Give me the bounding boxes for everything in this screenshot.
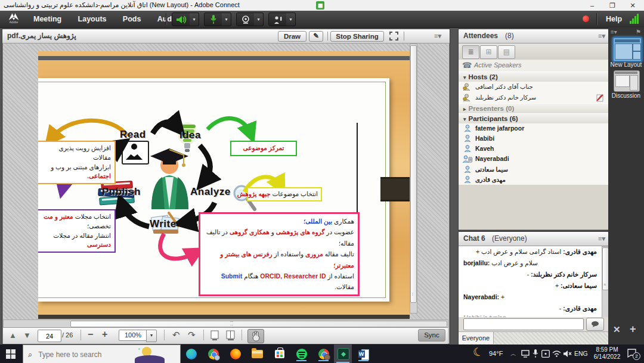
tray-volume-muted-icon[interactable]	[563, 350, 572, 359]
participant-row[interactable]: مهدی قادری	[459, 175, 609, 185]
tray-chevron-icon[interactable]: ︿	[510, 345, 516, 363]
windows-taskbar: ⌕	[0, 345, 644, 363]
start-button[interactable]	[6, 349, 16, 361]
zoom-out-button[interactable]: −	[88, 329, 93, 340]
chat-message: مهدی قادری: استاد گرامی سلام و عرض ادب +	[459, 246, 602, 257]
taskbar-spotify-icon[interactable]	[294, 346, 309, 361]
action-center-icon[interactable]: 2	[627, 349, 637, 359]
previous-page-button[interactable]: ▲	[9, 331, 17, 340]
window-title: اتاق آنلاین مراسم-دانشکده علوم تربیتی و …	[4, 1, 240, 9]
layout-new-layout-thumbnail[interactable]	[612, 37, 642, 62]
stop-sharing-button[interactable]: Stop Sharing	[330, 31, 384, 42]
pin-icon[interactable]: ⚑	[636, 29, 641, 35]
layouts-menu-icon[interactable]: ≡▾	[611, 29, 617, 35]
taskbar-chrome-profile-icon[interactable]	[316, 346, 331, 361]
tray-temperature[interactable]: 94°F	[489, 345, 503, 363]
taskbar-store-icon[interactable]	[272, 346, 287, 361]
speaker-button[interactable]	[172, 13, 191, 26]
search-icon: ⌕	[28, 350, 32, 359]
taskbar-word-icon[interactable]: W	[356, 346, 371, 361]
chat-pod: Chat 6 (Everyone) ≡▾ مهدی قادری: استاد گ…	[458, 231, 609, 345]
adobe-brand-label: Adobe	[2, 21, 25, 23]
status-dropdown[interactable]: ▾	[286, 13, 296, 26]
list-view-button[interactable]: ≣	[462, 45, 479, 59]
participant-row[interactable]: fateme jafarpoor	[459, 123, 609, 134]
menu-pods[interactable]: Pods	[116, 11, 148, 27]
header-divider	[327, 32, 328, 41]
taskbar-search[interactable]: ⌕	[23, 345, 181, 363]
share-horizontal-scroll-thumb[interactable]	[70, 321, 447, 327]
taskbar-chrome-icon[interactable]	[206, 346, 221, 361]
grid-view-button[interactable]: ⊞	[480, 45, 497, 59]
menu-bar: Adobe Meeting Layouts Pods Audio ▾ ▾ ▾	[0, 11, 644, 28]
tray-wifi-icon[interactable]	[552, 350, 561, 359]
participant-icon	[464, 135, 471, 142]
maximize-button[interactable]: ❐	[602, 0, 623, 11]
host-row-1[interactable]: جناب آقای دکتر اصنافی	[459, 82, 609, 93]
share-horizontal-scrollbar[interactable]: ⁚⁚	[3, 319, 448, 328]
chat-input[interactable]	[463, 318, 584, 330]
attendees-toolbar: ≣ ⊞ ▤	[459, 44, 609, 60]
page-total-label: / 26	[62, 331, 73, 339]
fit-width-button[interactable]	[226, 330, 236, 342]
recording-indicator	[583, 15, 589, 22]
status-button[interactable]	[268, 13, 287, 26]
participant-row[interactable]: Kaveh	[459, 144, 609, 154]
taskbar-adobe-connect-active-cell[interactable]: ❖	[334, 345, 352, 363]
participant-row[interactable]: Habibi	[459, 134, 609, 144]
tray-clock[interactable]: 8:59 PM 6/14/2022	[592, 346, 623, 361]
share-vertical-scroll-thumb[interactable]	[410, 45, 417, 303]
tray-language[interactable]: ENG	[574, 345, 588, 363]
weather-moon-icon[interactable]: ☾	[471, 344, 484, 360]
search-input[interactable]	[37, 350, 135, 359]
share-vertical-scrollbar[interactable]: ⁞	[410, 44, 417, 314]
active-speakers-row: ☎ Active Speakers	[459, 60, 609, 72]
layout-discussion-thumbnail[interactable]	[614, 70, 640, 92]
participant-icon	[464, 166, 471, 173]
redo-button[interactable]: ↷	[188, 330, 196, 340]
page-number-input[interactable]	[38, 330, 61, 342]
sync-button[interactable]: Sync	[418, 329, 445, 342]
card-view-button[interactable]: ▤	[498, 45, 515, 59]
speaker-dropdown[interactable]: ▾	[190, 13, 199, 26]
menu-layouts[interactable]: Layouts	[71, 11, 114, 27]
tray-time: 8:59 PM	[592, 346, 623, 353]
hand-tool-button[interactable]	[247, 329, 264, 343]
close-button[interactable]: ✕	[623, 0, 643, 11]
next-page-button[interactable]: ▼	[23, 331, 31, 340]
menu-meeting[interactable]: Meeting	[26, 11, 69, 27]
close-pod-icon[interactable]: ✕	[613, 324, 621, 335]
layout-new-layout-label[interactable]: New Layout	[608, 61, 644, 68]
layout-discussion-label[interactable]: Discussion	[608, 92, 644, 99]
host-row-2[interactable]: سرکار خانم دکتر نظربلند	[459, 92, 609, 104]
taskbar-firefox-icon[interactable]	[228, 346, 243, 361]
zoom-level-value[interactable]: 100%	[119, 330, 147, 341]
connection-status-icon[interactable]	[630, 11, 642, 27]
pencil-tool-button[interactable]: ✎	[309, 31, 323, 42]
taskbar-explorer-icon[interactable]	[250, 346, 265, 361]
send-message-button[interactable]	[586, 318, 604, 331]
draw-button[interactable]: Draw	[278, 31, 306, 42]
attendees-pod-menu-icon[interactable]: ≡▾	[598, 32, 605, 40]
microphone-button[interactable]	[204, 13, 223, 26]
minimize-button[interactable]: –	[582, 0, 602, 11]
chat-tab-everyone[interactable]: Everyone	[459, 332, 494, 344]
fit-page-button[interactable]	[210, 330, 219, 342]
tray-ime-icon[interactable]	[541, 350, 550, 359]
participant-row[interactable]: سیما سعادتی	[459, 165, 609, 175]
webcam-button[interactable]	[236, 13, 255, 26]
menu-help[interactable]: Help	[606, 11, 622, 27]
webcam-dropdown[interactable]: ▾	[254, 13, 264, 26]
tray-monitor-icon[interactable]	[521, 350, 530, 359]
microphone-dropdown[interactable]: ▾	[222, 13, 231, 26]
zoom-dropdown[interactable]: ▾	[146, 330, 157, 342]
taskbar-edge-icon[interactable]	[184, 346, 199, 361]
add-pod-icon[interactable]: +	[630, 323, 636, 336]
zoom-in-button[interactable]: +	[102, 329, 107, 340]
participant-row[interactable]: Nayerabadi	[459, 154, 609, 165]
attendees-title: Attendees	[463, 29, 498, 43]
chat-pod-menu-icon[interactable]: ≡▾	[598, 235, 605, 243]
tray-microphone-icon[interactable]	[532, 349, 538, 360]
share-pod-menu-icon[interactable]: ≡▾	[434, 32, 441, 40]
undo-button[interactable]: ↶	[172, 330, 180, 340]
